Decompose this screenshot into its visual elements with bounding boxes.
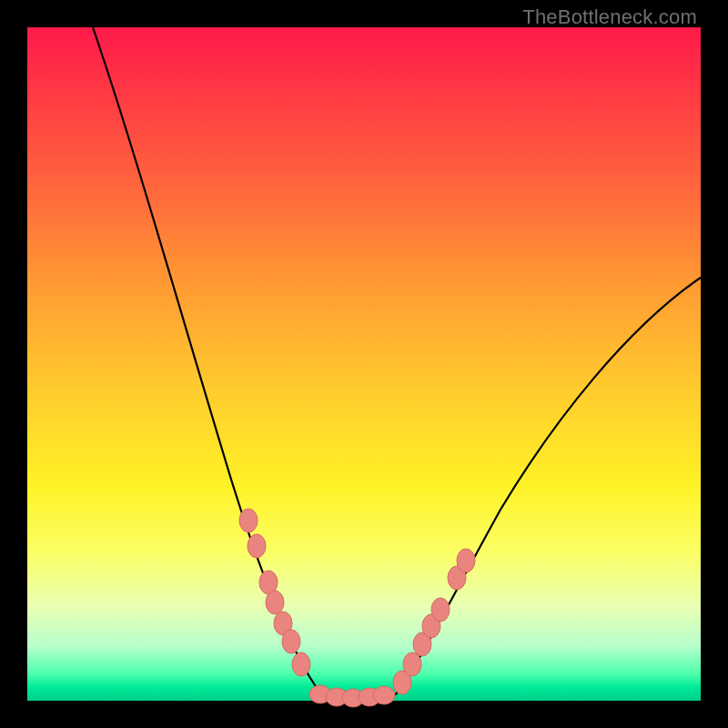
bead-left [282,630,300,653]
chart-frame: TheBottleneck.com [0,0,728,728]
plot-area [27,27,701,701]
bead-left [266,591,284,614]
bead-left [292,652,310,676]
curve-left-arm [93,27,323,696]
watermark-text: TheBottleneck.com [522,5,697,29]
curve-layer [27,27,701,701]
bead-left [248,534,266,558]
bead-right [457,549,475,572]
bead-right [431,598,450,622]
bead-right [403,652,421,676]
curve-right-arm [396,278,701,694]
bead-bottom [373,686,395,704]
bead-left [239,509,258,532]
